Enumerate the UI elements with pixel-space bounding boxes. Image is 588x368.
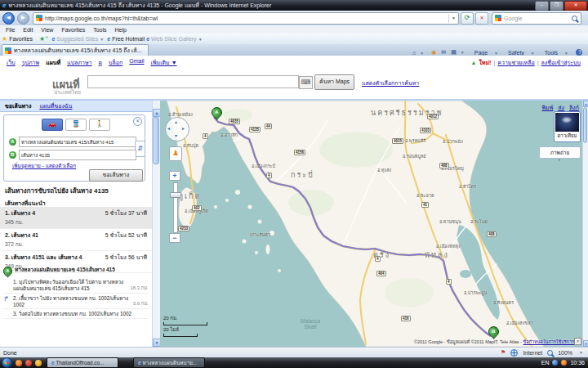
mode-walking-button[interactable]: 🚶	[89, 119, 110, 131]
photos-caret-icon[interactable]: ▼	[558, 158, 561, 162]
zoom-level[interactable]: 100%	[558, 350, 572, 356]
page-scroll-down-icon[interactable]: ▼	[583, 340, 588, 347]
attribution-close-icon[interactable]: ✕	[574, 338, 581, 345]
tools-menu[interactable]: Tools ▼	[542, 50, 571, 56]
route-option-1[interactable]: 1. เส้นทาง 45 ชั่วโมง 37 นาที345 กม.	[0, 207, 152, 229]
taskbar-window-1[interactable]: e ThailandOffroad.co...	[47, 357, 118, 368]
photos-layer-button[interactable]: ภาพถ่าย	[539, 146, 581, 159]
directions-steps: 1. มุ่งไปทางทิศตะวันออกเฉียงใต้ ไปตาม ทา…	[3, 277, 149, 319]
zoom-in-button[interactable]: +	[169, 171, 180, 181]
zoom-out-button[interactable]: −	[169, 233, 180, 243]
close-button[interactable]: ✕	[564, 1, 587, 11]
destination-input[interactable]	[19, 150, 136, 160]
google-link-รูปภาพ[interactable]: รูปภาพ	[22, 58, 39, 67]
route-option-2[interactable]: 2. เส้นทาง 415 ชั่วโมง 52 นาที372 กม.	[0, 229, 152, 251]
pan-left-icon[interactable]: ◂	[167, 125, 170, 131]
page-scroll-up-icon[interactable]: ▲	[583, 101, 588, 107]
favorite-item-caret-icon[interactable]: ▼	[100, 37, 104, 42]
address-dropdown-icon[interactable]: ▼	[448, 14, 458, 23]
route-distance: 345 กม.	[5, 218, 147, 227]
favorite-item[interactable]: Suggested Sites	[56, 36, 98, 42]
title-bar[interactable]: e ทางหลวงแผ่นดินหมายเลข 415/เส้นทาง 415 …	[0, 0, 588, 11]
search-maps-button[interactable]: ค้นหา Maps	[314, 74, 354, 90]
google-link-เพิ่มเติม ▼[interactable]: เพิ่มเติม ▼	[151, 58, 177, 67]
search-magnifier-icon[interactable]	[572, 16, 577, 21]
quicklaunch-media-icon[interactable]	[35, 360, 42, 366]
forward-button[interactable]: ►	[17, 12, 29, 25]
google-link-เว็บ[interactable]: เว็บ	[7, 58, 16, 67]
sidebar-scrollbar[interactable]: ▲ ▼	[152, 101, 160, 347]
get-directions-button[interactable]: ขอเส้นทาง	[89, 169, 143, 182]
maps-search-input[interactable]	[87, 75, 299, 88]
menu-file[interactable]: File	[2, 27, 19, 33]
favorite-item[interactable]: Free Hotmail	[112, 36, 145, 42]
page-scrollbar[interactable]: ▲ ▼	[582, 101, 588, 347]
web-search-input[interactable]: Google	[492, 12, 581, 25]
pan-up-icon[interactable]: ▴	[175, 119, 177, 124]
home-icon[interactable]: ⌂ ▼	[412, 50, 426, 56]
add-destination-link[interactable]: เพิ่มจุดหมาย - แสดงตัวเลือก	[12, 162, 76, 170]
help-link[interactable]: ความช่วยเหลือ	[497, 58, 534, 67]
zoom-slider-thumb[interactable]	[170, 192, 181, 198]
tray-network-icon[interactable]	[552, 360, 558, 366]
favorites-button[interactable]: Favorites	[9, 36, 33, 42]
google-link-แปลภาษา[interactable]: แปลภาษา	[67, 58, 91, 67]
satellite-layer-button[interactable]: ดาวเทียม	[554, 111, 581, 142]
favorite-item[interactable]: Web Slice Gallery	[151, 36, 197, 42]
tab-my-maps[interactable]: แผนที่ของฉัน	[39, 101, 72, 110]
tab-get-directions[interactable]: ขอเส้นทาง	[5, 101, 31, 110]
map-canvas[interactable]: นครศรีธรรมราชกระบี่ภูเก็ตตรังพัทลุงอ.ท้า…	[160, 101, 582, 347]
start-button[interactable]	[2, 357, 12, 368]
language-indicator[interactable]: EN	[541, 360, 550, 366]
tab-active[interactable]: ทางหลวงแผ่นดินหมายเลข 415/เส้นทาง 415 ถึ…	[2, 44, 149, 56]
pan-down-icon[interactable]: ▾	[175, 132, 177, 138]
read-mail-icon[interactable]: ✉	[441, 49, 446, 56]
menu-favorites[interactable]: Favorites	[57, 27, 89, 33]
card-close-icon[interactable]: ✕	[133, 117, 142, 126]
tray-update-icon[interactable]	[561, 360, 567, 366]
search-options-link[interactable]: แสดงตัวเลือกการค้นหา	[362, 79, 419, 88]
safety-menu[interactable]: Safety ▼	[506, 50, 537, 56]
print-map-link[interactable]: พิมพ์	[542, 103, 554, 112]
taskbar-window-2[interactable]: e ทางหลวงแผ่นดินหมาย...	[133, 357, 205, 368]
direction-step-1[interactable]: 1. มุ่งไปทางทิศตะวันออกเฉียงใต้ ไปตาม ทา…	[3, 277, 149, 294]
town-label: อ.ควนขนุน	[439, 218, 461, 225]
zoom-caret-icon[interactable]: ▼	[579, 350, 583, 355]
map-pan-control[interactable]: ▴ ▾ ◂ ▸	[165, 117, 189, 141]
signin-link[interactable]: ลงชื่อเข้าสู่ระบบ	[541, 58, 581, 67]
street-view-pegman[interactable]: ♟	[169, 146, 182, 161]
zoom-slider-track[interactable]	[173, 182, 178, 233]
pan-right-icon[interactable]: ▸	[182, 125, 185, 131]
favorite-item-caret-icon[interactable]: ▼	[198, 37, 203, 42]
maximize-button[interactable]: ❐	[550, 1, 564, 11]
menu-view[interactable]: View	[37, 27, 57, 33]
print-icon[interactable]: ▤ ▼	[451, 49, 467, 56]
menu-help[interactable]: Help	[111, 27, 131, 33]
google-link-Gmail[interactable]: Gmail	[129, 58, 144, 67]
google-link-บล็อก[interactable]: บล็อก	[109, 58, 122, 67]
google-link-ดู[interactable]: ดู	[99, 58, 103, 67]
origin-input[interactable]	[19, 137, 136, 147]
quicklaunch-firefox-icon[interactable]	[16, 360, 22, 366]
menu-tools[interactable]: Tools	[89, 27, 110, 33]
keyboard-icon[interactable]: ⌨	[299, 76, 313, 89]
add-favorite-icon[interactable]: ★⁺	[39, 35, 48, 43]
help-icon[interactable]: ?	[576, 49, 582, 56]
mode-driving-button[interactable]: 🚗	[42, 119, 63, 131]
mode-transit-button[interactable]: 🚆	[65, 119, 87, 131]
address-input[interactable]: http://maps.google.co.th/maps?hl=th&tab=…	[33, 12, 459, 25]
terms-link[interactable]: ข้อกำหนดในการใช้บริการ	[523, 339, 575, 344]
feeds-icon[interactable]: ◉	[431, 49, 436, 56]
stop-button[interactable]: ✕	[475, 12, 488, 25]
menu-edit[interactable]: Edit	[19, 27, 37, 33]
scroll-thumb[interactable]	[153, 117, 159, 164]
quicklaunch-app-icon[interactable]	[25, 360, 32, 366]
page-scroll-thumb[interactable]	[583, 107, 587, 143]
page-menu[interactable]: Page ▼	[472, 50, 501, 56]
page-error-icon[interactable]: ⚑	[501, 349, 506, 356]
refresh-button[interactable]: ⟳	[461, 12, 474, 25]
direction-step-3[interactable]: 3. วิ่งต่อไปยัง ทางหลวงชนบท กบ. 1002/เส้…	[3, 309, 149, 319]
minimize-button[interactable]: –	[535, 1, 549, 11]
direction-step-2[interactable]: ↱2. เลี้ยวขวา ไปยัง ทางหลวงชนบท กบ. 1002…	[3, 294, 149, 310]
back-button[interactable]: ◄	[2, 12, 15, 25]
